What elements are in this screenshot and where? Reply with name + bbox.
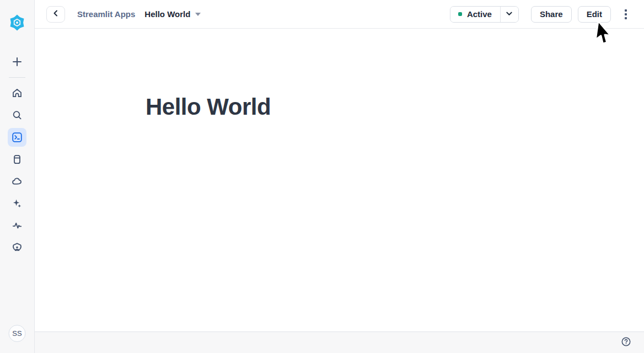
search-icon (12, 110, 23, 121)
kebab-menu-icon (625, 9, 627, 19)
status-split-button: Active (450, 6, 519, 23)
help-button[interactable] (620, 336, 632, 349)
plus-icon (12, 56, 23, 67)
title-caret-icon (195, 13, 201, 16)
page-title: Hello World (144, 9, 190, 19)
sidebar-item-admin[interactable] (8, 238, 26, 257)
help-question-icon (621, 336, 631, 349)
status-button[interactable]: Active (450, 7, 500, 22)
new-plus-button[interactable] (8, 52, 26, 71)
sidebar-item-data[interactable] (8, 150, 26, 169)
share-button[interactable]: Share (531, 6, 572, 23)
admin-shield-icon (12, 242, 23, 253)
snowflake-logo[interactable] (8, 13, 26, 32)
projects-terminal-icon (12, 132, 23, 143)
sidebar-nav (8, 84, 26, 257)
sidebar-item-activity[interactable] (8, 216, 26, 235)
topbar-left: Streamlit Apps Hello World (46, 6, 201, 23)
sidebar-item-cloud[interactable] (8, 172, 26, 191)
app-heading: Hello World (146, 94, 271, 120)
back-chevron-icon (52, 9, 60, 19)
more-options-button[interactable] (618, 6, 634, 23)
sidebar-divider (9, 77, 25, 78)
avatar-initials: SS (12, 329, 22, 338)
sidebar-item-home[interactable] (8, 84, 26, 103)
breadcrumb-streamlit-apps[interactable]: Streamlit Apps (77, 9, 135, 19)
footer (35, 331, 644, 353)
sidebar-item-search[interactable] (8, 106, 26, 125)
topbar: Streamlit Apps Hello World Active Share … (35, 0, 644, 29)
topbar-actions: Active Share Edit (450, 6, 634, 23)
edit-button[interactable]: Edit (578, 6, 611, 23)
sidebar-item-projects[interactable] (8, 128, 26, 147)
back-button[interactable] (46, 6, 65, 23)
app-title-dropdown[interactable]: Hello World (144, 9, 201, 19)
sidebar-item-ai[interactable] (8, 194, 26, 213)
ai-sparkles-icon (12, 198, 23, 209)
cloud-icon (12, 176, 23, 187)
data-database-icon (12, 154, 23, 165)
sidebar: SS (0, 0, 35, 353)
activity-pulse-icon (12, 220, 23, 231)
app-content: Hello World (35, 29, 644, 331)
status-chevron-down-icon (506, 10, 513, 19)
status-dot-icon (458, 12, 462, 16)
user-avatar[interactable]: SS (9, 325, 26, 342)
status-label: Active (467, 9, 492, 19)
status-chevron-button[interactable] (500, 7, 518, 22)
home-icon (12, 88, 23, 99)
